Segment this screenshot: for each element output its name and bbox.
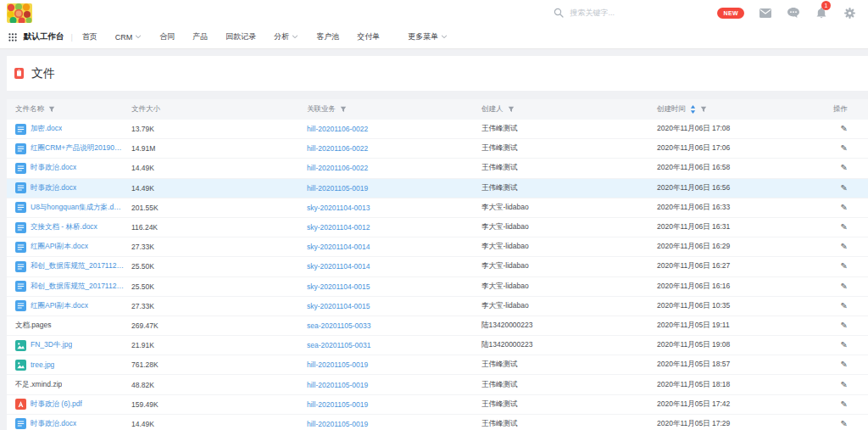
edit-icon[interactable]: ✎: [841, 282, 848, 291]
table-row[interactable]: 加密.docx13.79Khill-20201106-0022王伟峰测试2020…: [7, 120, 868, 139]
related-business-link[interactable]: hill-20201105-0019: [307, 400, 368, 409]
file-name-link[interactable]: U8与hongquan集成方案.docx: [31, 203, 125, 213]
nav-item-5[interactable]: 分析: [274, 31, 298, 42]
table-row[interactable]: FN_3D牛.jpg21.91Ksea-20201105-0031陆134200…: [7, 336, 868, 355]
search-box[interactable]: [554, 8, 668, 18]
table-row[interactable]: 文档.pages269.47Ksea-20201105-0033陆1342000…: [7, 316, 868, 336]
edit-icon[interactable]: ✎: [841, 223, 848, 232]
related-business-link[interactable]: hill-20201105-0019: [307, 381, 368, 389]
edit-icon[interactable]: ✎: [841, 262, 848, 271]
file-name-link[interactable]: 时事政治.docx: [31, 183, 76, 193]
file-size: 13.79K: [131, 125, 307, 133]
related-business-link[interactable]: hill-20201105-0019: [307, 420, 368, 428]
related-business-link[interactable]: hill-20201106-0022: [307, 164, 368, 172]
file-name-link[interactable]: 红圈CRM+产品说明201901_前端...: [31, 143, 125, 154]
nav-item-label: 客户池: [316, 31, 339, 42]
table-row[interactable]: 交接文档 - 林桥.docx116.24Ksky-20201104-0012李大…: [7, 218, 868, 237]
apps-grid-icon[interactable]: [8, 33, 17, 42]
edit-icon[interactable]: ✎: [841, 184, 848, 193]
nav-item-0[interactable]: 首页: [82, 31, 97, 42]
file-name-link[interactable]: 时事政治 (6).pdf: [31, 399, 82, 410]
bell-icon[interactable]: 1: [815, 6, 828, 20]
creator: 王伟峰测试: [481, 124, 657, 134]
file-name-link[interactable]: tree.jpg: [31, 360, 54, 369]
edit-icon[interactable]: ✎: [841, 341, 848, 349]
create-time: 2020年11月06日 10:35: [657, 301, 832, 311]
file-size: 14.49K: [131, 164, 307, 172]
edit-icon[interactable]: ✎: [841, 302, 848, 310]
filter-icon[interactable]: [700, 106, 707, 113]
edit-icon[interactable]: ✎: [841, 420, 848, 428]
related-business-link[interactable]: sky-20201104-0014: [307, 262, 370, 271]
nav-item-1[interactable]: CRM: [115, 33, 142, 42]
edit-icon[interactable]: ✎: [841, 144, 848, 153]
file-name-link[interactable]: 和创_数据库规范_20171124.doc: [31, 261, 125, 271]
nav-item-2[interactable]: 合同: [159, 31, 175, 42]
new-badge[interactable]: NEW: [717, 8, 744, 19]
edit-icon[interactable]: ✎: [841, 164, 848, 172]
filter-icon[interactable]: [48, 106, 55, 113]
related-business-link[interactable]: sky-20201104-0013: [307, 204, 370, 212]
table-row[interactable]: tree.jpg761.28Khill-20201105-0019王伟峰测试20…: [7, 355, 868, 375]
file-module-icon: [14, 68, 24, 79]
gear-icon[interactable]: [843, 6, 856, 20]
table-row[interactable]: 红圈API副本.docx27.33Ksky-20201104-0014李大宝-l…: [7, 237, 868, 257]
table-row[interactable]: 时事政治.docx14.49Khill-20201105-0019王伟峰测试20…: [7, 415, 868, 430]
related-business-link[interactable]: sky-20201104-0014: [307, 243, 370, 251]
file-name-link[interactable]: 加密.docx: [31, 124, 62, 134]
related-business-link[interactable]: sky-20201104-0012: [307, 223, 370, 232]
related-business-cell: sky-20201104-0014: [307, 243, 481, 251]
edit-icon[interactable]: ✎: [841, 321, 848, 330]
table-row[interactable]: 和创_数据库规范_20171124.doc25.50Ksky-20201104-…: [7, 277, 868, 297]
nav-item-8[interactable]: 更多菜单: [408, 31, 448, 42]
table-row[interactable]: 红圈CRM+产品说明201901_前端...14.91Mhill-2020110…: [7, 139, 868, 159]
table-row[interactable]: 红圈API副本.docx27.33Ksky-20201104-0015李大宝-l…: [7, 297, 868, 316]
app-logo[interactable]: [7, 3, 32, 23]
related-business-link[interactable]: hill-20201105-0019: [307, 360, 368, 369]
file-name-link[interactable]: FN_3D牛.jpg: [31, 340, 72, 350]
table-row[interactable]: 时事政治.docx14.49Khill-20201105-0019王伟峰测试20…: [7, 179, 868, 198]
related-business-link[interactable]: sea-20201105-0031: [307, 341, 370, 349]
file-name-link[interactable]: 红圈API副本.docx: [31, 301, 88, 311]
search-input[interactable]: [568, 8, 668, 18]
edit-icon[interactable]: ✎: [841, 381, 848, 389]
file-name-link[interactable]: 交接文档 - 林桥.docx: [31, 222, 97, 232]
file-name-link[interactable]: 和创_数据库规范_20171124.doc: [31, 282, 125, 292]
edit-icon[interactable]: ✎: [841, 204, 848, 212]
file-name-link[interactable]: 时事政治.docx: [31, 419, 76, 429]
nav-item-7[interactable]: 交付单: [357, 31, 380, 42]
filter-icon[interactable]: [508, 106, 515, 113]
table-row[interactable]: U8与hongquan集成方案.docx201.55Ksky-20201104-…: [7, 198, 868, 218]
table-row[interactable]: 和创_数据库规范_20171124.doc25.50Ksky-20201104-…: [7, 257, 868, 276]
create-time: 2020年11月05日 17:42: [657, 399, 832, 410]
related-business-link[interactable]: hill-20201106-0022: [307, 125, 368, 133]
related-business-link[interactable]: sky-20201104-0015: [307, 282, 370, 291]
related-business-link[interactable]: hill-20201106-0022: [307, 144, 368, 153]
table-row[interactable]: 不足.xmind.zip48.82Khill-20201105-0019王伟峰测…: [7, 375, 868, 394]
edit-icon[interactable]: ✎: [841, 243, 848, 251]
related-business-link[interactable]: hill-20201105-0019: [307, 184, 368, 193]
table-row[interactable]: 时事政治.docx14.49Khill-20201106-0022王伟峰测试20…: [7, 159, 868, 178]
creator: 王伟峰测试: [481, 419, 657, 429]
content-area: 文件 文件名称 文件大小 关联业务 创建人: [0, 49, 868, 430]
related-business-link[interactable]: sky-20201104-0015: [307, 302, 370, 310]
edit-icon[interactable]: ✎: [841, 125, 848, 133]
edit-icon[interactable]: ✎: [841, 400, 848, 409]
nav-item-6[interactable]: 客户池: [316, 31, 339, 42]
mail-icon[interactable]: [759, 6, 772, 20]
file-name-cell: 红圈CRM+产品说明201901_前端...: [15, 143, 131, 154]
edit-icon[interactable]: ✎: [841, 360, 848, 369]
workspace-label[interactable]: 默认工作台: [24, 31, 64, 42]
file-name-link[interactable]: 时事政治.docx: [31, 163, 76, 173]
related-business-cell: hill-20201105-0019: [307, 400, 481, 409]
file-name-link[interactable]: 红圈API副本.docx: [31, 242, 88, 252]
nav-item-3[interactable]: 产品: [192, 31, 208, 42]
table-row[interactable]: 时事政治 (6).pdf159.49Khill-20201105-0019王伟峰…: [7, 395, 868, 415]
filter-icon[interactable]: [340, 106, 347, 113]
file-size: 27.33K: [131, 243, 307, 251]
related-business-link[interactable]: sea-20201105-0033: [307, 321, 370, 330]
nav-item-4[interactable]: 回款记录: [225, 31, 256, 42]
chat-icon[interactable]: [787, 6, 800, 20]
sort-icon[interactable]: [690, 105, 696, 114]
related-business-cell: hill-20201105-0019: [307, 381, 481, 389]
